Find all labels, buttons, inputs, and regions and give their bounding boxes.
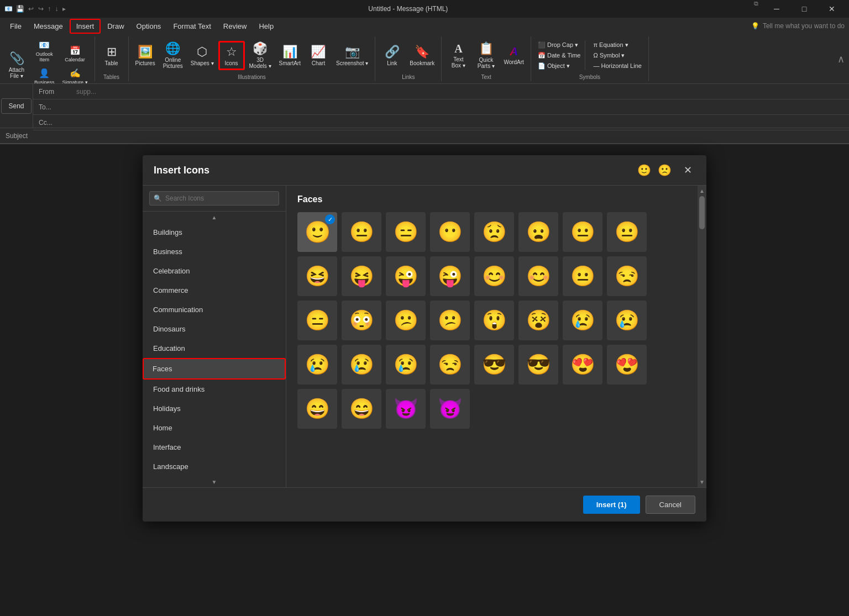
face-icon-17[interactable]: 😑 [297, 301, 337, 340]
minimize-button[interactable]: ─ [764, 0, 789, 18]
vertical-scrollbar[interactable]: ▲ ▼ [698, 186, 706, 487]
modal-close-button[interactable]: ✕ [680, 163, 695, 177]
face-icon-6[interactable]: 😦 [518, 212, 558, 252]
insert-button[interactable]: Insert (1) [583, 496, 640, 514]
category-business[interactable]: Business [143, 242, 286, 261]
face-icon-4[interactable]: 😶 [430, 212, 470, 252]
category-faces[interactable]: Faces [143, 358, 286, 380]
face-icon-33[interactable]: 😄 [297, 389, 337, 429]
face-icon-1[interactable]: 🙂 ✓ [297, 212, 337, 252]
menu-insert[interactable]: Insert [70, 19, 101, 34]
face-icon-11[interactable]: 😜 [386, 256, 426, 296]
screenshot-button[interactable]: 📷 Screenshot ▾ [333, 43, 371, 69]
shapes-button[interactable]: ⬡ Shapes ▾ [187, 43, 217, 69]
scroll-down-arrow[interactable]: ▼ [698, 478, 706, 486]
drop-cap-button[interactable]: ⬛ Drop Cap ▾ [534, 40, 584, 50]
ribbon-collapse-button[interactable]: ∧ [833, 36, 849, 81]
equation-button[interactable]: π Equation ▾ [590, 40, 644, 50]
face-icon-22[interactable]: 😵 [518, 301, 558, 340]
menu-format-text[interactable]: Format Text [167, 20, 216, 33]
face-icon-7[interactable]: 😐 [563, 212, 602, 252]
symbol-button[interactable]: Ω Symbol ▾ [590, 51, 644, 60]
face-icon-24[interactable]: 😢 [607, 301, 647, 340]
bookmark-button[interactable]: 🔖 Bookmark [406, 43, 438, 69]
menu-file[interactable]: File [4, 20, 27, 33]
face-icon-5[interactable]: 😟 [474, 212, 514, 252]
scrollbar-thumb[interactable] [699, 196, 705, 229]
attach-file-button[interactable]: 📎 AttachFile ▾ [3, 49, 30, 81]
face-icon-29[interactable]: 😎 [474, 345, 514, 385]
face-icon-18[interactable]: 😳 [342, 301, 381, 340]
cancel-button[interactable]: Cancel [646, 496, 695, 514]
category-education[interactable]: Education [143, 339, 286, 358]
from-input[interactable] [76, 88, 843, 96]
object-button[interactable]: 📄 Object ▾ [534, 61, 584, 71]
face-icon-35[interactable]: 😈 [386, 389, 426, 429]
to-input[interactable] [76, 103, 843, 111]
icons-button[interactable]: ☆ Icons [218, 41, 245, 70]
face-icon-32[interactable]: 😍 [607, 345, 647, 385]
search-input[interactable] [149, 191, 279, 206]
face-icon-3[interactable]: 😑 [386, 212, 426, 252]
category-food-drinks[interactable]: Food and drinks [143, 380, 286, 399]
face-icon-36[interactable]: 😈 [430, 389, 470, 429]
scroll-up-arrow[interactable]: ▲ [698, 187, 706, 195]
face-icon-21[interactable]: 😲 [474, 301, 514, 340]
category-communication[interactable]: Communication [143, 300, 286, 319]
online-pictures-button[interactable]: 🌐 OnlinePictures [160, 39, 186, 71]
smiley-icon[interactable]: 🙂 [637, 164, 651, 177]
scroll-down-button[interactable]: ▼ [143, 476, 286, 487]
face-icon-8[interactable]: 😐 [607, 212, 647, 252]
face-icon-19[interactable]: 😕 [386, 301, 426, 340]
wordart-button[interactable]: A WordArt [500, 43, 527, 67]
face-icon-12[interactable]: 😜 [430, 256, 470, 296]
chart-button[interactable]: 📈 Chart [305, 43, 332, 69]
face-icon-15[interactable]: 😐 [563, 256, 602, 296]
face-icon-13[interactable]: 😊 [474, 256, 514, 296]
face-icon-31[interactable]: 😍 [563, 345, 602, 385]
menu-message[interactable]: Message [28, 20, 69, 33]
outlook-item-button[interactable]: 📧 OutlookItem [31, 38, 58, 65]
category-dinosaurs[interactable]: Dinosaurs [143, 319, 286, 339]
business-card-button[interactable]: 👤 BusinessCard ▾ [31, 66, 58, 84]
subject-input[interactable] [43, 132, 843, 140]
text-box-button[interactable]: A TextBox ▾ [445, 40, 471, 71]
table-button[interactable]: ⊞ Table [98, 43, 125, 69]
face-icon-23[interactable]: 😢 [563, 301, 602, 340]
face-icon-27[interactable]: 😢 [386, 345, 426, 385]
category-home[interactable]: Home [143, 418, 286, 438]
signature-button[interactable]: ✍️ Signature ▾ [59, 66, 91, 84]
face-icon-28[interactable]: 😒 [430, 345, 470, 385]
category-landscape[interactable]: Landscape [143, 457, 286, 476]
menu-options[interactable]: Options [131, 20, 167, 33]
quick-parts-button[interactable]: 📋 QuickParts ▾ [473, 39, 499, 71]
smartart-button[interactable]: 📊 SmartArt [276, 43, 304, 69]
sad-icon[interactable]: 🙁 [658, 164, 672, 177]
face-icon-20[interactable]: 😕 [430, 301, 470, 340]
face-icon-26[interactable]: 😢 [342, 345, 381, 385]
menu-draw[interactable]: Draw [102, 20, 129, 33]
cc-input[interactable] [76, 119, 843, 127]
category-buildings[interactable]: Buildings [143, 223, 286, 242]
send-button[interactable]: Send [1, 98, 31, 114]
pictures-button[interactable]: 🖼️ Pictures [132, 43, 159, 69]
face-icon-10[interactable]: 😝 [342, 256, 381, 296]
face-icon-16[interactable]: 😒 [607, 256, 647, 296]
menu-review[interactable]: Review [218, 20, 253, 33]
face-icon-14[interactable]: 😊 [518, 256, 558, 296]
category-interface[interactable]: Interface [143, 438, 286, 457]
link-button[interactable]: 🔗 Link [379, 43, 405, 69]
category-holidays[interactable]: Holidays [143, 399, 286, 418]
3d-models-button[interactable]: 🎲 3DModels ▾ [246, 39, 275, 71]
date-time-button[interactable]: 📅 Date & Time [534, 51, 584, 60]
calendar-button[interactable]: 📅 Calendar [59, 43, 91, 65]
scroll-up-button[interactable]: ▲ [143, 212, 286, 223]
category-celebration[interactable]: Celebration [143, 261, 286, 281]
category-commerce[interactable]: Commerce [143, 281, 286, 300]
close-button[interactable]: ✕ [819, 0, 845, 18]
horizontal-line-button[interactable]: — Horizontal Line [590, 61, 644, 70]
menu-help[interactable]: Help [253, 20, 279, 33]
face-icon-2[interactable]: 😐 [342, 212, 381, 252]
face-icon-25[interactable]: 😢 [297, 345, 337, 385]
face-icon-9[interactable]: 😆 [297, 256, 337, 296]
